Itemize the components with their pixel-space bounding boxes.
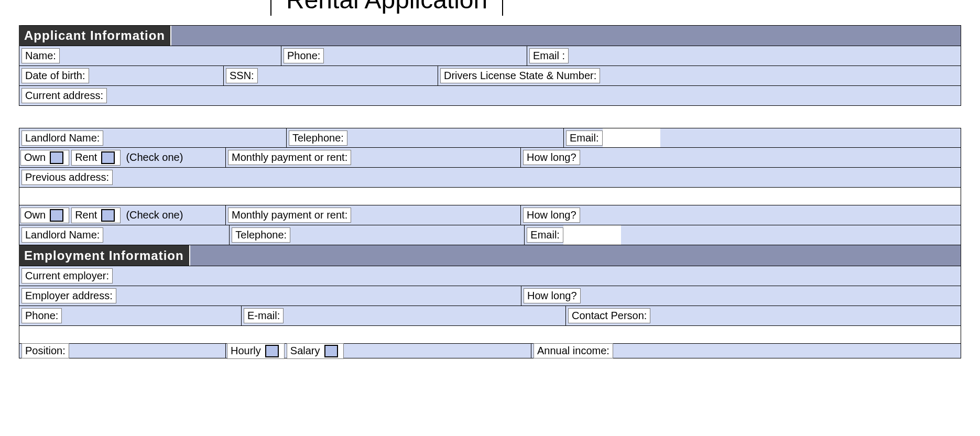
- landlord-name-label: Landlord Name:: [21, 130, 103, 146]
- row-employer-contact: Phone: E-mail: Contact Person:: [19, 306, 961, 326]
- own-text-prev: Own: [24, 209, 46, 221]
- rent-checkbox[interactable]: [101, 151, 115, 164]
- monthly-label: Monthly payment or rent:: [228, 150, 351, 165]
- row-name-phone-email: Name: Phone: Email :: [19, 46, 961, 66]
- employer-phone-field[interactable]: [62, 306, 241, 325]
- salary-option: Salary: [287, 343, 344, 359]
- row-own-rent: Own Rent (Check one) Monthly payment or …: [19, 148, 961, 168]
- email-label: Email :: [529, 48, 569, 63]
- previous-address-label: Previous address:: [21, 170, 113, 185]
- monthly-label-prev: Monthly payment or rent:: [228, 208, 351, 223]
- section-title-employment: Employment Information: [22, 245, 190, 266]
- checkone-text: (Check one): [122, 151, 187, 164]
- name-label: Name:: [21, 48, 60, 63]
- section-applicant-header: Applicant Information: [19, 25, 961, 46]
- howlong-employer-label: How long?: [524, 288, 581, 303]
- telephone-label-prev: Telephone:: [232, 227, 290, 243]
- rent-text: Rent: [75, 151, 97, 164]
- landlord-email-label: Email:: [566, 130, 603, 146]
- landlord-email-field-prev-a[interactable]: [563, 225, 621, 245]
- rent-text-prev: Rent: [75, 209, 97, 221]
- title-container: Rental Application: [19, 0, 961, 16]
- own-text: Own: [24, 151, 46, 164]
- howlong-employer-field[interactable]: [581, 286, 961, 306]
- employer-phone-label: Phone:: [21, 308, 62, 323]
- employer-address-label: Employer address:: [21, 288, 116, 303]
- section-employment-header: Employment Information: [19, 245, 961, 266]
- wage-field[interactable]: [345, 344, 531, 358]
- page-title: Rental Application: [270, 0, 503, 16]
- phone-label: Phone:: [284, 48, 324, 63]
- employer-email-field[interactable]: [284, 306, 565, 325]
- howlong-field-prev[interactable]: [580, 205, 961, 225]
- row-employer-address: Employer address: How long?: [19, 286, 961, 306]
- previous-address-field[interactable]: [113, 168, 961, 187]
- howlong-label: How long?: [523, 150, 580, 165]
- employer-address-field[interactable]: [116, 286, 521, 306]
- landlord-name-field-prev[interactable]: [103, 225, 229, 245]
- landlord-email-field-b[interactable]: [660, 128, 961, 147]
- hourly-option: Hourly: [227, 343, 285, 359]
- dob-label: Date of birth:: [21, 68, 89, 83]
- contact-person-field[interactable]: [650, 306, 961, 325]
- ssn-label: SSN:: [226, 68, 258, 83]
- row-landlord: Landlord Name: Telephone: Email:: [19, 128, 961, 148]
- checkone-text-prev: (Check one): [122, 209, 187, 221]
- email-field[interactable]: [569, 46, 961, 66]
- landlord-email-label-prev: Email:: [527, 227, 563, 243]
- landlord-email-field-prev-b[interactable]: [621, 225, 961, 245]
- telephone-field-prev[interactable]: [290, 225, 524, 245]
- monthly-field-prev[interactable]: [351, 205, 520, 225]
- salary-checkbox[interactable]: [324, 345, 338, 357]
- hourly-text: Hourly: [231, 345, 261, 357]
- landlord-name-label-prev: Landlord Name:: [21, 227, 103, 243]
- annual-income-label: Annual income:: [533, 343, 613, 358]
- name-field[interactable]: [60, 46, 281, 66]
- row-previous-address: Previous address:: [19, 168, 961, 188]
- telephone-label: Telephone:: [289, 130, 347, 146]
- row-landlord-prev: Landlord Name: Telephone: Email:: [19, 225, 961, 245]
- ssn-field[interactable]: [258, 66, 438, 85]
- current-employer-field[interactable]: [113, 266, 961, 286]
- employer-email-label: E-mail:: [244, 308, 284, 323]
- landlord-email-field-a[interactable]: [603, 128, 660, 147]
- position-label: Position:: [21, 343, 69, 358]
- row-current-address: Current address:: [19, 86, 961, 106]
- row-current-employer: Current employer:: [19, 266, 961, 286]
- current-employer-label: Current employer:: [21, 268, 113, 284]
- landlord-name-field[interactable]: [103, 128, 286, 147]
- own-checkbox-prev[interactable]: [50, 209, 63, 222]
- dl-label: Drivers License State & Number:: [440, 68, 600, 83]
- row-separator-white-2: [19, 326, 961, 344]
- own-checkbox[interactable]: [50, 151, 63, 164]
- current-address-field[interactable]: [107, 86, 961, 105]
- annual-income-field[interactable]: [613, 344, 961, 358]
- hourly-checkbox[interactable]: [265, 345, 279, 357]
- telephone-field[interactable]: [347, 128, 563, 147]
- row-dob-ssn-dl: Date of birth: SSN: Drivers License Stat…: [19, 66, 961, 86]
- current-address-label: Current address:: [21, 88, 107, 103]
- howlong-label-prev: How long?: [523, 208, 580, 223]
- dl-field[interactable]: [600, 66, 961, 85]
- own-option-prev: Own: [20, 208, 69, 223]
- row-own-rent-prev: Own Rent (Check one) Monthly payment or …: [19, 205, 961, 225]
- dob-field[interactable]: [89, 66, 223, 85]
- monthly-field[interactable]: [351, 148, 520, 167]
- rent-checkbox-prev[interactable]: [101, 209, 115, 222]
- contact-person-label: Contact Person:: [568, 308, 650, 323]
- rent-option-prev: Rent: [71, 208, 121, 223]
- phone-field[interactable]: [324, 46, 527, 66]
- rent-option: Rent: [71, 150, 121, 166]
- own-option: Own: [20, 150, 69, 166]
- section-title-applicant: Applicant Information: [22, 26, 171, 46]
- row-separator-white: [19, 188, 961, 205]
- position-field[interactable]: [69, 344, 225, 358]
- row-position: Position: Hourly Salary Annual income:: [19, 344, 961, 358]
- howlong-field[interactable]: [580, 148, 961, 167]
- salary-text: Salary: [290, 345, 320, 357]
